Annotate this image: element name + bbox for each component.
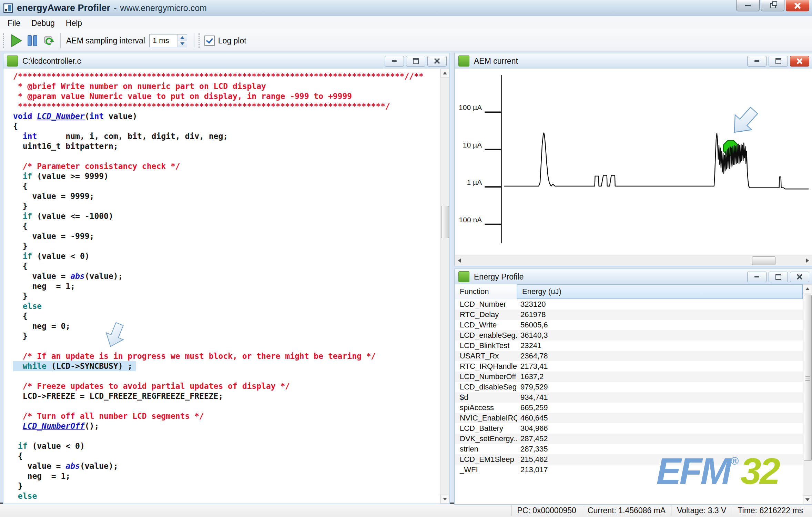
table-row[interactable]: DVK_setEnergy...287,452	[455, 434, 803, 444]
code-line[interactable]: /***************************************…	[13, 71, 424, 81]
code-line[interactable]: }	[13, 331, 28, 341]
editor-titlebar[interactable]: C:\lcdcontroller.c	[3, 53, 449, 69]
editor-minimize-button[interactable]	[385, 56, 404, 67]
scroll-up-button[interactable]	[440, 69, 449, 78]
code-line[interactable]: else	[13, 491, 37, 501]
aem-titlebar[interactable]: AEM current	[455, 53, 812, 69]
scroll-thumb[interactable]	[804, 295, 812, 461]
scroll-up-button[interactable]	[803, 284, 812, 293]
code-line[interactable]: {	[13, 261, 28, 271]
code-line[interactable]: }	[13, 201, 28, 211]
restart-button[interactable]	[40, 33, 56, 49]
code-line[interactable]: ****************************************…	[13, 101, 390, 111]
code-line[interactable]: /* If an update is in progress we must b…	[13, 351, 376, 361]
table-row[interactable]: LCD_BlinkTest23241	[455, 341, 803, 351]
code-line[interactable]: {	[13, 181, 28, 191]
aem-minimize-button[interactable]	[747, 56, 767, 67]
code-line[interactable]: if (value < 0)	[13, 251, 90, 261]
code-line[interactable]: void LCD_Number(int value)	[13, 111, 137, 121]
spin-down-button[interactable]	[178, 41, 187, 47]
table-row[interactable]: RTC_IRQHandler2173,41	[455, 361, 803, 372]
menu-item-file[interactable]: File	[2, 18, 26, 29]
code-line-highlighted[interactable]: while (LCD->SYNCBUSY) ;	[13, 361, 136, 371]
editor-close-button[interactable]	[427, 56, 447, 67]
code-area[interactable]: /***************************************…	[3, 69, 440, 504]
code-line[interactable]: neg = 1;	[13, 471, 70, 481]
play-button[interactable]	[9, 33, 24, 49]
pause-button[interactable]	[24, 33, 40, 49]
code-line[interactable]: value = -999;	[13, 231, 94, 241]
energy-close-button[interactable]	[790, 272, 809, 282]
code-line[interactable]: value = abs(value);	[13, 461, 118, 471]
code-line[interactable]: LCD_NumberOff();	[13, 421, 99, 431]
aem-close-button[interactable]	[790, 56, 809, 67]
column-header-energy[interactable]: Energy (uJ)	[517, 284, 803, 299]
sampling-interval-input[interactable]	[150, 34, 177, 47]
code-line[interactable]: neg = 1;	[13, 281, 75, 291]
table-row[interactable]: LCD_Number323120	[455, 299, 803, 310]
aem-maximize-button[interactable]	[769, 56, 788, 67]
scroll-down-button[interactable]	[803, 495, 812, 504]
code-line[interactable]	[13, 371, 18, 381]
menu-item-help[interactable]: Help	[60, 18, 88, 29]
code-line[interactable]: uint16_t bitpattern;	[13, 141, 118, 151]
aem-hscrollbar[interactable]	[455, 255, 812, 266]
code-line[interactable]: /* Turn off all number LCD segments */	[13, 411, 204, 421]
table-row[interactable]: LCD_enableSeg...36140,3	[455, 330, 803, 341]
table-row[interactable]: LCD_NumberOff1637,2	[455, 372, 803, 382]
code-line[interactable]: {	[13, 221, 28, 231]
code-line[interactable]: /* Parameter consistancy check */	[13, 161, 180, 171]
table-row[interactable]: NVIC_EnableIRQ460,645	[455, 413, 803, 423]
aem-chart[interactable]: 100 µA10 µA1 µA100 nA	[455, 69, 812, 255]
code-line[interactable]: LCD->FREEZE = LCD_FREEZE_REGFREEZE_FREEZ…	[13, 391, 223, 401]
code-line[interactable]: {	[13, 451, 23, 461]
table-row[interactable]: spiAccess665,259	[455, 403, 803, 413]
code-line[interactable]: * @param value Numeric value to put on d…	[13, 91, 352, 101]
table-row[interactable]: LCD_Battery304,966	[455, 423, 803, 434]
code-line[interactable]: int num, i, com, bit, digit, div, neg;	[13, 131, 228, 141]
scroll-left-button[interactable]	[455, 256, 464, 265]
code-line[interactable]	[13, 341, 18, 351]
energy-scrollbar[interactable]	[803, 284, 812, 504]
scroll-right-button[interactable]	[803, 256, 812, 265]
table-row[interactable]: RTC_Delay261978	[455, 310, 803, 320]
restore-button[interactable]	[761, 0, 784, 11]
code-line[interactable]: {	[13, 121, 18, 131]
editor-maximize-button[interactable]	[406, 56, 425, 67]
code-line[interactable]	[13, 431, 18, 441]
code-line[interactable]: }	[13, 481, 23, 491]
table-row[interactable]: LCD_Write56005,6	[455, 320, 803, 330]
code-line[interactable]: {	[13, 311, 28, 321]
code-line[interactable]: neg = 0;	[13, 321, 70, 331]
code-segment: {	[13, 182, 28, 191]
code-line[interactable]: * @brief Write number on numeric part on…	[13, 81, 266, 91]
energy-titlebar[interactable]: Energy Profile	[455, 269, 812, 285]
close-button[interactable]	[786, 0, 809, 11]
code-line[interactable]: if (value <= -1000)	[13, 211, 113, 221]
editor-scrollbar[interactable]	[440, 69, 449, 504]
code-line[interactable]: }	[13, 241, 28, 251]
minimize-button[interactable]	[736, 0, 760, 11]
energy-minimize-button[interactable]	[747, 272, 767, 282]
app-titlebar[interactable]: energyAware Profiler - www.energymicro.c…	[0, 0, 812, 16]
code-line[interactable]: else	[13, 301, 42, 311]
spin-up-button[interactable]	[178, 34, 187, 41]
column-header-function[interactable]: Function	[455, 284, 517, 299]
energy-maximize-button[interactable]	[769, 272, 788, 282]
code-line[interactable]: value = 9999;	[13, 191, 94, 201]
code-line[interactable]: value = abs(value);	[13, 271, 123, 281]
table-row[interactable]: USART_Rx2364,78	[455, 351, 803, 361]
table-row[interactable]: $d934,741	[455, 392, 803, 403]
code-line[interactable]	[13, 151, 18, 161]
scroll-down-button[interactable]	[440, 495, 449, 504]
code-line[interactable]	[13, 401, 18, 411]
table-row[interactable]: LCD_disableSeg...979,529	[455, 382, 803, 392]
log-plot-checkbox[interactable]	[204, 36, 215, 46]
code-line[interactable]: /* Freeze updates to avoid partial updat…	[13, 381, 290, 391]
code-line[interactable]: }	[13, 291, 28, 301]
menu-item-debug[interactable]: Debug	[26, 18, 60, 29]
code-line[interactable]: if (value >= 9999)	[13, 171, 109, 181]
hscroll-thumb[interactable]	[752, 256, 775, 265]
code-line[interactable]: if (value < 0)	[13, 441, 85, 451]
scroll-thumb[interactable]	[441, 206, 449, 238]
